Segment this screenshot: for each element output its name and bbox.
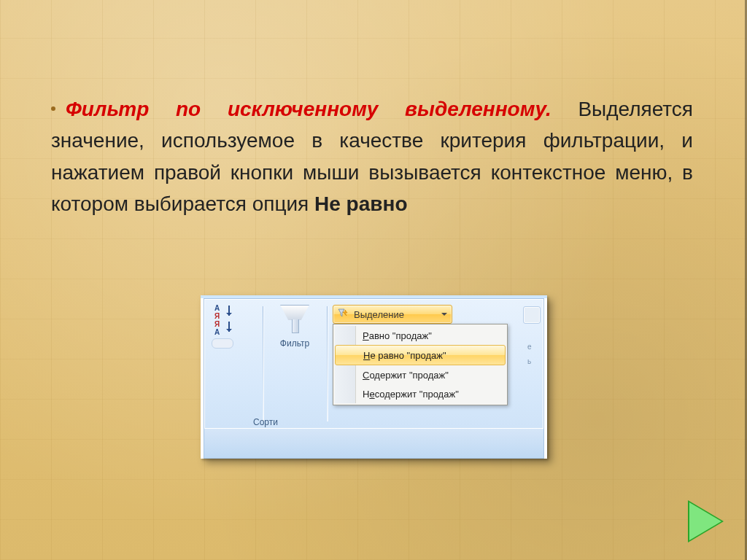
- body-paragraph: Фильтр по исключенному выделенному. Выде…: [51, 93, 693, 220]
- group-label-sort: Сорти: [204, 417, 327, 427]
- selection-dropdown-menu: Равно "продаж" Не равно "продаж" Содержи…: [333, 324, 508, 405]
- next-slide-button[interactable]: [683, 499, 728, 544]
- group-separator: [327, 306, 328, 421]
- group-separator: [263, 306, 263, 421]
- filter-button-label: Фильтр: [268, 338, 321, 349]
- sort-desc-icon: ЯА: [214, 322, 229, 335]
- selection-button-label: Выделение: [354, 309, 404, 320]
- ribbon-area: АЯ ЯА Фильтр В: [204, 298, 544, 429]
- selection-split-button[interactable]: Выделение: [333, 305, 452, 324]
- chevron-down-icon: [441, 313, 447, 319]
- embedded-ribbon-screenshot: АЯ ЯА Фильтр В: [201, 295, 547, 459]
- sort-asc-icon: АЯ: [214, 306, 229, 319]
- menu-item-not-contains[interactable]: Не содержит "продаж": [335, 384, 506, 403]
- menu-item-equals[interactable]: Равно "продаж": [335, 326, 506, 345]
- menu-item-not-equals[interactable]: Не равно "продаж": [335, 345, 506, 365]
- clear-sort-button[interactable]: [212, 338, 233, 349]
- right-fragment-text-1: е: [527, 343, 541, 351]
- menu-item-contains[interactable]: Содержит "продаж": [335, 365, 506, 384]
- right-fragment-text-2: ь: [527, 357, 541, 366]
- bullet-icon: [51, 106, 55, 111]
- slide-background: [0, 0, 747, 560]
- sort-column: АЯ ЯА: [212, 305, 257, 349]
- ribbon-bottom-strip: [204, 429, 544, 459]
- sort-descending-button[interactable]: ЯА: [212, 321, 257, 335]
- play-triangle-icon: [689, 502, 721, 540]
- right-edge-fragment: е ь: [522, 299, 543, 429]
- selection-bolt-funnel-icon: [338, 308, 349, 320]
- sort-ascending-button[interactable]: АЯ: [212, 305, 257, 319]
- paragraph-title: Фильтр по исключенному выделенному.: [66, 98, 551, 120]
- ghost-icon: [523, 306, 541, 324]
- funnel-icon: [279, 303, 311, 335]
- paragraph-option-bold: Не равно: [314, 192, 407, 215]
- filter-button[interactable]: Фильтр: [268, 303, 321, 349]
